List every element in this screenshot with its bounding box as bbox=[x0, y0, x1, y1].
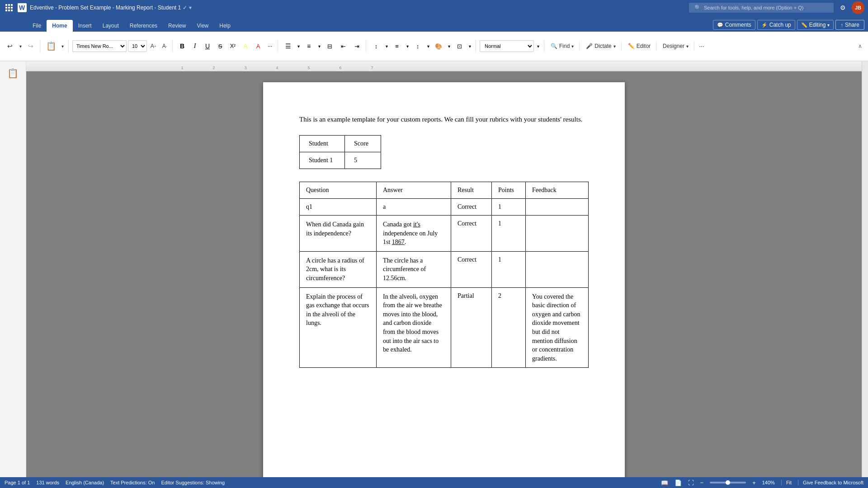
font-shrink-button[interactable]: A- bbox=[160, 41, 170, 51]
col-header-points: Points bbox=[492, 182, 526, 199]
focus-mode-icon[interactable]: ⛶ bbox=[688, 479, 694, 486]
style-select[interactable]: Normal bbox=[480, 40, 534, 52]
catchup-button[interactable]: ⚡ Catch up bbox=[757, 20, 795, 30]
sort-dropdown[interactable]: ▾ bbox=[383, 40, 390, 52]
row3-question: A circle has a radius of 2cm, what is it… bbox=[300, 251, 377, 287]
clipboard-panel-icon[interactable]: 📋 bbox=[4, 65, 22, 81]
row3-feedback bbox=[526, 251, 589, 287]
score-header-student: Student bbox=[300, 136, 345, 152]
undo-dropdown[interactable]: ▾ bbox=[17, 40, 24, 52]
editing-button[interactable]: ✏️ Editing ▾ bbox=[797, 20, 834, 30]
increase-indent-button[interactable]: ⇥ bbox=[350, 40, 363, 52]
its-underline: it's bbox=[413, 221, 420, 228]
style-dropdown[interactable]: ▾ bbox=[535, 40, 541, 52]
avatar[interactable]: JB bbox=[852, 1, 864, 14]
fit-button[interactable]: Fit bbox=[781, 480, 792, 485]
dictate-button[interactable]: 🎤 Dictate ▾ bbox=[583, 42, 618, 51]
underline-button[interactable]: U bbox=[202, 40, 213, 52]
svg-rect-3 bbox=[5, 7, 7, 9]
redo-button[interactable]: ↪ bbox=[24, 40, 37, 52]
multilevel-list-button[interactable]: ⊟ bbox=[323, 40, 336, 52]
more-ribbon-button[interactable]: ··· bbox=[695, 40, 708, 52]
tab-file[interactable]: File bbox=[27, 20, 47, 32]
year-link: 1867 bbox=[392, 239, 405, 245]
row2-answer: Canada got it's independence on July 1st… bbox=[377, 216, 451, 252]
tab-insert[interactable]: Insert bbox=[73, 20, 97, 32]
bullets-button[interactable]: ☰ bbox=[282, 40, 294, 52]
designer-button[interactable]: Designer ▾ bbox=[660, 42, 691, 51]
score-table-row-1: Student 1 5 bbox=[300, 152, 381, 169]
find-button[interactable]: 🔍 Find ▾ bbox=[548, 42, 576, 51]
row3-points: 1 bbox=[492, 251, 526, 287]
row2-feedback bbox=[526, 216, 589, 252]
share-button[interactable]: ↑ Share bbox=[835, 20, 864, 30]
more-formatting-button[interactable]: ··· bbox=[265, 40, 275, 52]
language: English (Canada) bbox=[66, 480, 104, 485]
tab-view[interactable]: View bbox=[191, 20, 214, 32]
settings-icon[interactable]: ⚙ bbox=[836, 1, 849, 14]
font-size-select[interactable]: 10 bbox=[128, 40, 147, 52]
numbering-dropdown[interactable]: ▾ bbox=[316, 40, 322, 52]
svg-text:W: W bbox=[19, 4, 25, 11]
row1-points: 1 bbox=[492, 199, 526, 216]
word-icon: W bbox=[17, 3, 27, 13]
title-search-box[interactable]: 🔍 Search for tools, help, and more (Opti… bbox=[689, 3, 834, 13]
row3-answer: The circle has a circumference of 12.56c… bbox=[377, 251, 451, 287]
zoom-slider[interactable] bbox=[710, 482, 746, 483]
tab-review[interactable]: Review bbox=[163, 20, 191, 32]
undo-button[interactable]: ↩ bbox=[4, 40, 16, 52]
score-header-score: Score bbox=[345, 136, 381, 152]
clipboard-dropdown[interactable]: ▾ bbox=[59, 40, 66, 52]
tab-home[interactable]: Home bbox=[47, 20, 72, 32]
ribbon-collapse-button[interactable]: ∧ bbox=[855, 42, 864, 51]
page-info: Page 1 of 1 bbox=[5, 480, 30, 485]
subscript-superscript-button[interactable]: X² bbox=[227, 40, 239, 52]
row1-question: q1 bbox=[300, 199, 377, 216]
zoom-out-button[interactable]: − bbox=[700, 479, 704, 486]
clipboard-icon[interactable]: 📋 bbox=[44, 40, 58, 52]
highlight-button[interactable]: A bbox=[240, 40, 251, 52]
align-dropdown[interactable]: ▾ bbox=[404, 40, 410, 52]
row3-result: Correct bbox=[451, 251, 492, 287]
tab-references[interactable]: References bbox=[124, 20, 163, 32]
tab-help[interactable]: Help bbox=[214, 20, 236, 32]
app-grid-icon[interactable] bbox=[4, 2, 14, 13]
svg-rect-0 bbox=[5, 4, 7, 6]
row1-feedback bbox=[526, 199, 589, 216]
font-color-button[interactable]: A bbox=[252, 40, 264, 52]
table-row: When did Canada gain its independence? C… bbox=[300, 216, 589, 252]
borders-button[interactable]: ⊡ bbox=[453, 40, 466, 52]
table-row: q1 a Correct 1 bbox=[300, 199, 589, 216]
sort-button[interactable]: ↕ bbox=[370, 40, 382, 52]
italic-button[interactable]: I bbox=[189, 40, 201, 52]
row1-answer: a bbox=[377, 199, 451, 216]
borders-dropdown[interactable]: ▾ bbox=[467, 40, 473, 52]
svg-rect-2 bbox=[11, 4, 13, 6]
read-mode-icon[interactable]: 📖 bbox=[661, 479, 668, 486]
search-placeholder: Search for tools, help, and more (Option… bbox=[704, 5, 803, 10]
zoom-level: 140% bbox=[762, 480, 775, 485]
shading-button[interactable]: 🎨 bbox=[432, 40, 445, 52]
editor-button[interactable]: ✏️ Editor bbox=[625, 42, 653, 51]
question-table-header: Question Answer Result Points Feedback bbox=[300, 182, 589, 199]
tab-layout[interactable]: Layout bbox=[97, 20, 124, 32]
bullets-dropdown[interactable]: ▾ bbox=[295, 40, 302, 52]
comments-button[interactable]: 💬 Comments bbox=[713, 20, 755, 30]
linespacing-dropdown[interactable]: ▾ bbox=[425, 40, 431, 52]
linespacing-button[interactable]: ↕ bbox=[411, 40, 424, 52]
align-button[interactable]: ≡ bbox=[391, 40, 403, 52]
print-layout-icon[interactable]: 📄 bbox=[675, 479, 682, 486]
col-header-question: Question bbox=[300, 182, 377, 199]
svg-rect-6 bbox=[5, 9, 7, 11]
numbering-button[interactable]: ≡ bbox=[302, 40, 315, 52]
bold-button[interactable]: B bbox=[176, 40, 188, 52]
shading-dropdown[interactable]: ▾ bbox=[446, 40, 452, 52]
zoom-in-button[interactable]: + bbox=[752, 479, 756, 486]
feedback-button[interactable]: Give Feedback to Microsoft bbox=[798, 480, 863, 485]
strikethrough-button[interactable]: S bbox=[214, 40, 226, 52]
row4-result: Partial bbox=[451, 287, 492, 368]
decrease-indent-button[interactable]: ⇤ bbox=[337, 40, 349, 52]
font-name-select[interactable]: Times New Ro... bbox=[72, 40, 127, 52]
font-grow-button[interactable]: A+ bbox=[148, 41, 158, 51]
ruler: 1 2 3 4 5 6 7 bbox=[26, 61, 862, 71]
